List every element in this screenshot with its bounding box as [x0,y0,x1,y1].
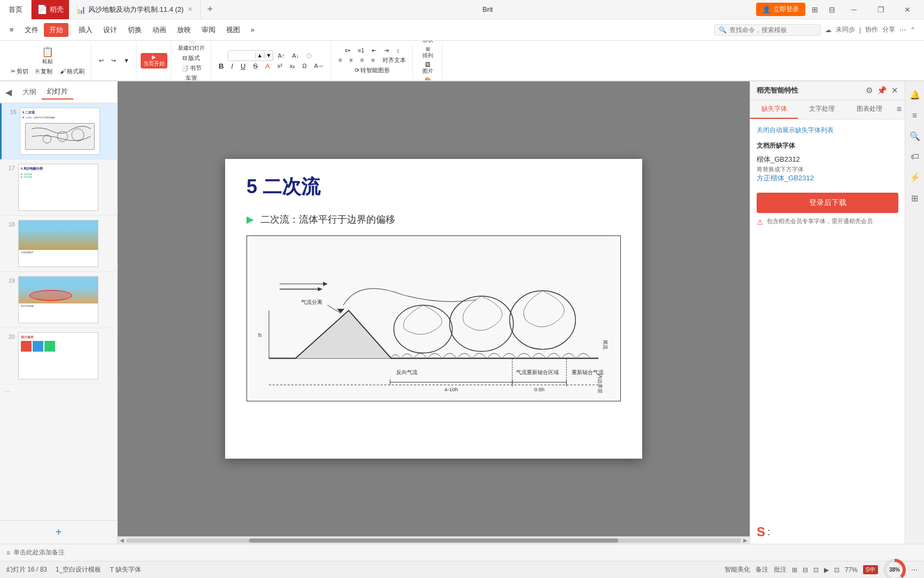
close-button[interactable]: ✕ [895,0,920,19]
tab-slides[interactable]: 幻灯片 [42,85,73,100]
font-missing-area[interactable]: T 缺失字体 [110,565,141,574]
menu-toggle-icon[interactable]: ≡ [4,24,19,36]
clear-format-button[interactable]: ◌ [303,51,315,60]
format-paint-button[interactable]: 🖌 格式刷 [57,66,88,77]
minimize-button[interactable]: ─ [842,0,866,19]
font-color-button[interactable]: A [262,61,273,71]
align-text-button[interactable]: 对齐文本 [379,55,409,65]
slide-item-19[interactable]: 19 风沙沉积地貌 [0,272,117,328]
menu-start[interactable]: 开始 [44,23,68,37]
font-size-input[interactable]: 0 [228,51,255,60]
superscript-button[interactable]: x² [274,62,286,70]
cut-button[interactable]: ✂ 剪切 [7,66,32,77]
panel-close-icon[interactable]: ✕ [891,86,898,95]
tab-chart-process[interactable]: 图表处理 [845,100,893,119]
subscript-button[interactable]: x₂ [287,62,298,71]
sidebar-icon-1[interactable]: 🔔 [906,86,923,104]
login-download-button[interactable]: 登录后下载 [757,193,898,213]
char-spacing-button[interactable]: A↔ [311,62,327,70]
bold-button[interactable]: B [215,61,227,71]
sidebar-icon-6[interactable]: ⊞ [908,189,921,208]
tab-missing-font[interactable]: 缺失字体 [750,100,798,119]
panel-collapse-button[interactable]: ◀ [5,87,12,97]
bullet-list-button[interactable]: ≡• [342,46,353,55]
register-button[interactable]: 👤 立即登录 [756,3,805,16]
view-grid-button[interactable]: ⊟ [803,566,808,574]
sidebar-icon-3[interactable]: 🔍 [906,127,923,146]
doc-close-icon[interactable]: ✕ [188,6,192,13]
collab-label[interactable]: 协作 [865,25,878,34]
scroll-left-icon[interactable]: ◀ [120,537,124,543]
view-normal-button[interactable]: ⊞ [792,566,797,574]
image-button[interactable]: 🖼 图片 [418,60,437,76]
notes-text[interactable]: 单击此处添加备注 [13,548,65,557]
menu-view[interactable]: 视图 [221,23,245,37]
tab-text-process[interactable]: 文字处理 [798,100,845,119]
decrease-font-button[interactable]: A↓ [289,51,302,60]
panel-gear-icon[interactable]: ⚙ [866,86,873,95]
more-menu-icon[interactable]: ⋯ [899,26,906,34]
slide-content[interactable]: 5 二次流 ▶ 二次流：流体平行于边界的偏移 [225,159,642,459]
search-box[interactable]: 🔍 [714,24,821,36]
new-slide-button[interactable]: 📄 新建幻灯片 [175,41,207,53]
more-undo-button[interactable]: ▼ [120,56,133,65]
menu-animate[interactable]: 动画 [147,23,172,37]
new-tab-button[interactable]: + [201,4,219,15]
menu-switch[interactable]: 切换 [122,23,147,37]
collapse-ribbon-icon[interactable]: ⌃ [910,26,915,34]
wps-tab[interactable]: 📄 稻壳 [32,0,69,19]
add-slide-button[interactable]: + [0,520,117,544]
menu-file[interactable]: 文件 [19,23,44,37]
start-from-current-button[interactable]: ▶ 当页开始 [141,53,167,69]
increase-font-button[interactable]: A↑ [274,51,288,60]
paste-button[interactable]: 📋 粘贴 [38,45,57,66]
more-status-button[interactable]: ⋯ [911,566,918,574]
font-size-down-icon[interactable]: ▼ [264,52,273,58]
indent-less-button[interactable]: ⇤ [368,46,380,55]
section-button[interactable]: 📑 书节 [178,63,205,73]
annotate-status-label[interactable]: 批注 [774,565,787,574]
tab-outline[interactable]: 大纲 [17,85,42,99]
slide-item-20[interactable]: 20 动力条件 [0,328,117,384]
horizontal-scrollbar[interactable]: ◀ ▶ [118,536,750,544]
italic-button[interactable]: I [228,61,236,71]
underline-button[interactable]: U [237,61,249,71]
car-button[interactable]: 车置 [182,73,201,81]
tab-extra-icon[interactable]: ≡ [894,100,905,119]
layout-icon[interactable]: ⊞ [807,3,822,16]
play-button[interactable]: ▶ [824,566,829,574]
fit-page-button[interactable]: ⊡ [834,566,840,574]
font-size-box[interactable]: 0 ▲ ▼ [228,50,274,61]
font-size-up-icon[interactable]: ▲ [255,52,264,58]
slide-item-17[interactable]: 17 5 风沙地貌分类 ▶ 风蚀地貌 ▶ 风积地貌 [0,159,117,216]
align-center-button[interactable]: ≡ [346,56,356,64]
align-left-button[interactable]: ≡ [335,56,345,64]
indent-more-button[interactable]: ⇥ [381,46,392,55]
strikethrough-button[interactable]: S [250,61,261,71]
wps-input-method[interactable]: S中 [863,565,878,574]
slide-item-18[interactable]: 18 沙漠景观图片 [0,216,117,272]
panel-pin-icon[interactable]: 📌 [877,86,887,95]
scroll-thumb[interactable] [249,538,618,543]
line-spacing-button[interactable]: ↕ [393,46,403,55]
grid-icon[interactable]: ⊟ [825,3,840,16]
doc-tab[interactable]: 📊 风沙地貌及动力学机制.11.4 (2) ✕ [69,0,201,19]
sidebar-icon-4[interactable]: 🏷 [907,148,922,166]
shape-button[interactable]: △ 形状 [418,41,437,45]
convert-smart-button[interactable]: ⟳ 转智能图形 [351,65,393,75]
undo-button[interactable]: ↩ [96,56,107,65]
scroll-track[interactable] [126,538,741,543]
sidebar-icon-5[interactable]: ⚡ [906,168,923,187]
menu-review[interactable]: 审阅 [196,23,221,37]
menu-insert[interactable]: 插入 [73,23,98,37]
close-font-list-link[interactable]: 关闭自动展示缺失字体列表 [757,126,898,135]
notes-status-label[interactable]: 备注 [756,565,768,574]
search-input[interactable] [729,26,810,34]
layout-button[interactable]: ⊟ 版式 [179,53,203,63]
justify-button[interactable]: ≡ [368,56,378,64]
share-label[interactable]: 分享 [882,25,895,34]
restore-button[interactable]: ❐ [868,0,893,19]
special-char-button[interactable]: Ω [299,62,310,70]
scroll-right-icon[interactable]: ▶ [743,537,748,543]
num-list-button[interactable]: ≡1 [355,46,368,55]
